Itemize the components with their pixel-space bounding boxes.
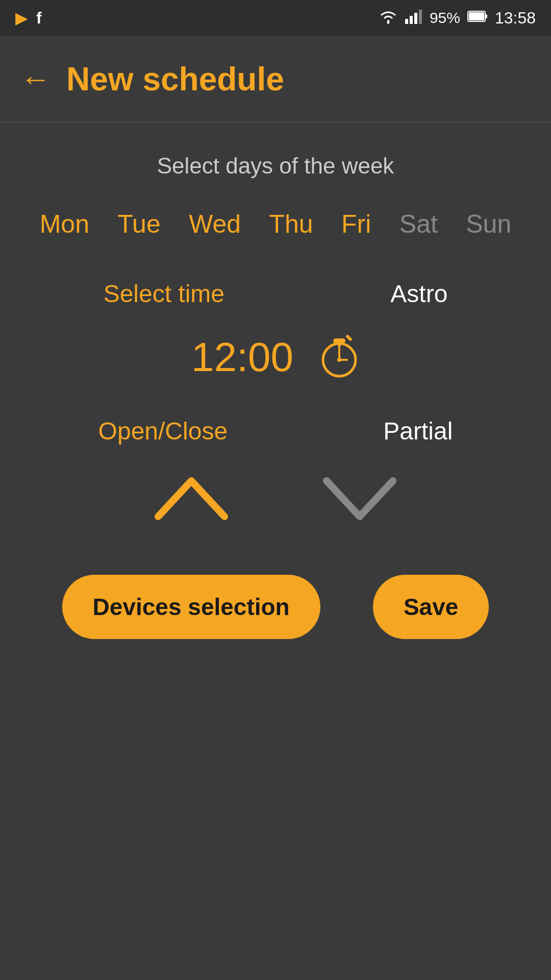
time-option-row: Select time Astro bbox=[20, 280, 531, 308]
time-value[interactable]: 12:00 bbox=[191, 334, 293, 381]
chevrons-row bbox=[20, 476, 531, 524]
svg-rect-4 bbox=[419, 10, 422, 24]
devices-selection-button[interactable]: Devices selection bbox=[62, 575, 320, 639]
svg-point-0 bbox=[387, 20, 389, 23]
status-bar: ▶ f 95% bbox=[0, 0, 551, 36]
day-tue[interactable]: Tue bbox=[109, 204, 168, 244]
timer-icon[interactable] bbox=[319, 333, 360, 381]
wifi-icon bbox=[379, 9, 398, 28]
day-mon[interactable]: Mon bbox=[32, 204, 97, 244]
facebook-icon: f bbox=[36, 9, 42, 28]
chevron-down-button[interactable] bbox=[321, 476, 398, 524]
battery-percentage: 95% bbox=[430, 9, 460, 27]
save-button[interactable]: Save bbox=[373, 575, 489, 639]
day-sun[interactable]: Sun bbox=[458, 204, 519, 244]
back-button[interactable]: ← bbox=[20, 61, 51, 96]
time-display-row: 12:00 bbox=[20, 333, 531, 381]
svg-point-14 bbox=[337, 358, 341, 362]
day-sat[interactable]: Sat bbox=[391, 204, 446, 244]
open-close-button[interactable]: Open/Close bbox=[98, 417, 228, 445]
status-bar-left: ▶ f bbox=[15, 8, 42, 28]
svg-rect-3 bbox=[414, 13, 417, 24]
day-wed[interactable]: Wed bbox=[181, 204, 249, 244]
svg-rect-7 bbox=[469, 12, 484, 20]
partial-button[interactable]: Partial bbox=[383, 417, 453, 445]
days-row: Mon Tue Wed Thu Fri Sat Sun bbox=[20, 204, 531, 244]
chevron-up-button[interactable] bbox=[153, 476, 230, 524]
battery-icon bbox=[467, 9, 488, 27]
status-time: 13:58 bbox=[495, 9, 536, 28]
days-section-label: Select days of the week bbox=[20, 153, 531, 179]
open-close-row: Open/Close Partial bbox=[20, 417, 531, 445]
main-content: Select days of the week Mon Tue Wed Thu … bbox=[0, 122, 551, 670]
svg-rect-10 bbox=[338, 342, 341, 347]
page-title: New schedule bbox=[66, 60, 284, 98]
app-icon-1: ▶ bbox=[15, 8, 28, 28]
signal-icon bbox=[405, 9, 422, 28]
header: ← New schedule bbox=[0, 36, 551, 122]
svg-rect-1 bbox=[405, 19, 408, 24]
status-bar-right: 95% 13:58 bbox=[379, 9, 536, 28]
buttons-row: Devices selection Save bbox=[20, 575, 531, 639]
select-time-button[interactable]: Select time bbox=[104, 280, 224, 308]
svg-rect-11 bbox=[345, 334, 353, 341]
svg-rect-6 bbox=[485, 14, 487, 18]
day-fri[interactable]: Fri bbox=[333, 204, 379, 244]
astro-button[interactable]: Astro bbox=[390, 280, 447, 308]
svg-rect-2 bbox=[410, 16, 413, 24]
day-thu[interactable]: Thu bbox=[261, 204, 321, 244]
